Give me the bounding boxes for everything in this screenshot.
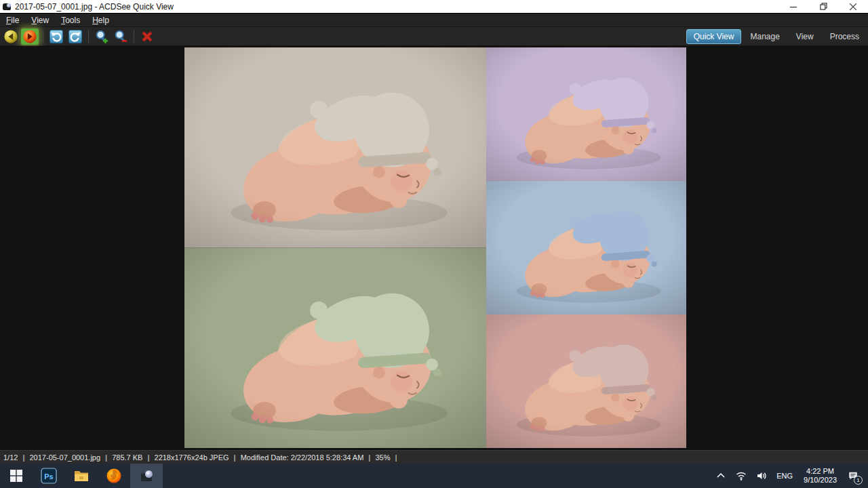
window-title: 2017-05-07_0001.jpg - ACDSee Quick View bbox=[15, 2, 174, 12]
previous-image-button[interactable] bbox=[2, 28, 20, 45]
system-tray: ENG 4:22 PM 9/10/2023 1 bbox=[711, 464, 868, 488]
photo-tile-pink bbox=[486, 314, 686, 448]
mode-tabs: Quick View Manage View Process bbox=[685, 27, 867, 46]
start-button[interactable] bbox=[0, 464, 33, 488]
rotate-left-button[interactable] bbox=[47, 28, 65, 45]
restore-icon bbox=[820, 3, 827, 10]
tab-view[interactable]: View bbox=[789, 29, 821, 44]
red-x-icon bbox=[140, 29, 155, 44]
status-modified-date: Modified Date: 2/22/2018 5:28:34 AM bbox=[241, 453, 376, 462]
wifi-icon bbox=[736, 470, 747, 481]
next-image-button[interactable] bbox=[21, 28, 39, 45]
menu-file[interactable]: File bbox=[0, 14, 25, 26]
tab-manage[interactable]: Manage bbox=[743, 29, 787, 44]
previous-sphere-icon bbox=[3, 29, 18, 44]
chevron-up-icon bbox=[715, 470, 726, 481]
restore-button[interactable] bbox=[808, 0, 838, 13]
windows-logo-icon bbox=[10, 470, 22, 482]
menu-view[interactable]: View bbox=[25, 14, 55, 26]
zoom-out-button[interactable] bbox=[112, 28, 130, 45]
tray-language[interactable]: ENG bbox=[772, 464, 797, 488]
taskbar: Ps bbox=[0, 464, 868, 488]
photo-tile-lavender bbox=[486, 47, 686, 181]
toolbar: Quick View Manage View Process bbox=[0, 27, 868, 46]
photoshop-icon: Ps bbox=[41, 468, 57, 484]
rotate-right-button[interactable] bbox=[66, 28, 84, 45]
delete-button[interactable] bbox=[138, 28, 156, 45]
photo-tile-blue bbox=[486, 181, 686, 314]
speaker-icon bbox=[756, 470, 767, 481]
tray-date: 9/10/2023 bbox=[804, 476, 837, 485]
status-dimensions: 2218x1776x24b JPEG bbox=[155, 453, 241, 462]
rotate-left-icon bbox=[49, 29, 64, 44]
rotate-right-icon bbox=[68, 29, 83, 44]
tray-wifi[interactable] bbox=[732, 464, 751, 488]
toolbar-separator bbox=[43, 30, 43, 43]
close-icon bbox=[850, 3, 856, 10]
magnifier-minus-icon bbox=[113, 29, 128, 44]
svg-text:Ps: Ps bbox=[44, 472, 53, 481]
status-zoom-level: 35% bbox=[375, 453, 401, 462]
firefox-icon bbox=[106, 468, 122, 484]
acdsee-quick-view-window: 2017-05-07_0001.jpg - ACDSee Quick View … bbox=[0, 0, 868, 488]
minimize-button[interactable] bbox=[778, 0, 808, 13]
next-sphere-icon bbox=[22, 29, 37, 44]
tray-clock[interactable]: 4:22 PM 9/10/2023 bbox=[798, 464, 842, 488]
image-viewer bbox=[0, 46, 868, 450]
taskbar-acdsee[interactable] bbox=[130, 464, 163, 488]
tab-quick-view[interactable]: Quick View bbox=[686, 29, 742, 44]
status-filesize: 785.7 KB bbox=[112, 453, 154, 462]
menu-tools[interactable]: Tools bbox=[55, 14, 86, 26]
image-collage bbox=[184, 47, 686, 448]
tray-time: 4:22 PM bbox=[804, 467, 837, 476]
status-index: 1/12 bbox=[3, 453, 30, 462]
tray-chevron-up[interactable] bbox=[711, 464, 730, 488]
taskbar-file-explorer[interactable] bbox=[65, 464, 98, 488]
tray-volume[interactable] bbox=[752, 464, 771, 488]
file-explorer-icon bbox=[73, 468, 90, 484]
menu-bar: File View Tools Help bbox=[0, 14, 868, 27]
minimize-icon bbox=[790, 3, 797, 10]
notification-badge: 1 bbox=[854, 476, 863, 485]
toolbar-separator bbox=[88, 30, 89, 43]
zoom-in-button[interactable] bbox=[93, 28, 111, 45]
title-bar: 2017-05-07_0001.jpg - ACDSee Quick View bbox=[0, 0, 868, 14]
photo-tile-green bbox=[184, 248, 486, 449]
menu-help[interactable]: Help bbox=[86, 14, 115, 26]
close-button[interactable] bbox=[838, 0, 868, 13]
taskbar-firefox[interactable] bbox=[98, 464, 130, 488]
toolbar-separator bbox=[134, 30, 134, 43]
tab-process[interactable]: Process bbox=[823, 29, 867, 44]
status-bar: 1/12 2017-05-07_0001.jpg 785.7 KB 2218x1… bbox=[0, 450, 868, 464]
acdsee-app-icon bbox=[3, 2, 12, 11]
taskbar-photoshop[interactable]: Ps bbox=[33, 464, 65, 488]
status-filename: 2017-05-07_0001.jpg bbox=[30, 453, 113, 462]
action-center-button[interactable]: 1 bbox=[844, 464, 865, 488]
magnifier-plus-icon bbox=[94, 29, 109, 44]
acdsee-camera-icon bbox=[138, 468, 155, 484]
photo-tile-beige bbox=[184, 47, 486, 248]
